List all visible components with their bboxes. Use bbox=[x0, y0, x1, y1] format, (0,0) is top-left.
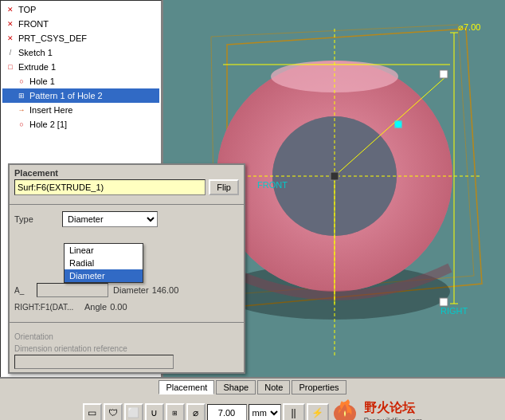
rect-btn-1[interactable]: ▭ bbox=[83, 403, 102, 420]
bottom-toolbar: Placement Shape Note Properties ▭ 🛡 ⬜ ∪ … bbox=[0, 377, 505, 420]
surface-row: Flip bbox=[14, 179, 239, 195]
tree-item-label: Extrude 1 bbox=[18, 62, 56, 72]
placement-label: Placement bbox=[14, 168, 239, 178]
tree-item-label: Sketch 1 bbox=[18, 48, 53, 57]
logo-chinese: 野火论坛 bbox=[364, 400, 423, 417]
orientation-label: Orientation bbox=[14, 332, 239, 341]
tree-item-icon: ⊞ bbox=[15, 89, 28, 102]
flip-button[interactable]: Flip bbox=[209, 179, 239, 195]
svg-point-19 bbox=[395, 121, 401, 128]
diameter-btn[interactable]: ⌀ bbox=[186, 403, 206, 420]
tree-item-label: FRONT bbox=[18, 19, 49, 29]
diameter-input[interactable] bbox=[207, 404, 247, 420]
placement-dialog: Placement Flip Type LinearRadialDiameter… bbox=[8, 163, 245, 374]
ref-param-2: Angle bbox=[84, 302, 107, 312]
svg-rect-16 bbox=[440, 70, 448, 78]
svg-rect-17 bbox=[440, 298, 448, 306]
tree-item[interactable]: ✕TOP bbox=[2, 2, 159, 17]
ref-input-1[interactable] bbox=[37, 283, 108, 297]
orientation-section: Orientation Dimension orientation refere… bbox=[10, 326, 244, 372]
rect-btn-2[interactable]: ⬜ bbox=[124, 403, 143, 420]
logo-url: Proewildfire.com bbox=[364, 417, 423, 420]
cancel-btn[interactable]: ⚡ bbox=[307, 403, 329, 420]
tree-item[interactable]: →Insert Here bbox=[2, 103, 159, 117]
tree-item-icon: ✕ bbox=[4, 18, 17, 30]
type-section: Type LinearRadialDiameter Linear Radial … bbox=[10, 208, 244, 319]
type-dropdown[interactable]: Linear Radial Diameter bbox=[64, 243, 143, 283]
ref-input-2[interactable] bbox=[72, 300, 80, 314]
front-label: FRONT bbox=[257, 180, 288, 190]
type-label: Type bbox=[14, 214, 62, 224]
ref-val-1: 146.00 bbox=[152, 285, 179, 295]
placement-section: Placement Flip bbox=[10, 165, 244, 201]
tree-item[interactable]: ○Hole 1 bbox=[2, 74, 159, 88]
tree-item-icon: → bbox=[15, 104, 28, 116]
tree-item[interactable]: ⊞Pattern 1 of Hole 2 bbox=[2, 88, 159, 103]
tree-item-icon: □ bbox=[4, 61, 17, 73]
tree-item-label: Hole 2 [1] bbox=[29, 120, 67, 129]
ref-param-1: Diameter bbox=[113, 285, 149, 295]
tree-item[interactable]: ✕FRONT bbox=[2, 17, 159, 31]
ok-btn[interactable]: || bbox=[283, 403, 305, 420]
tree-item[interactable]: □Extrude 1 bbox=[2, 60, 159, 74]
tree-item[interactable]: /Sketch 1 bbox=[2, 45, 159, 60]
dropdown-diameter[interactable]: Diameter bbox=[65, 269, 143, 282]
tab-placement[interactable]: Placement bbox=[159, 380, 214, 394]
tree-item-icon: / bbox=[4, 46, 17, 59]
ref-row-1: A_ Diameter 146.00 bbox=[14, 283, 239, 297]
tab-properties[interactable]: Properties bbox=[292, 380, 346, 394]
tree-item-label: Pattern 1 of Hole 2 bbox=[29, 91, 103, 100]
ref-label-1: A_ bbox=[14, 286, 37, 295]
tree-item-icon: ✕ bbox=[4, 3, 17, 16]
tree-item-label: PRT_CSYS_DEF bbox=[18, 33, 87, 43]
surface-input[interactable] bbox=[14, 179, 206, 195]
tree-item[interactable]: ○Hole 2 [1] bbox=[2, 117, 159, 131]
tree-item-icon: ○ bbox=[15, 75, 28, 88]
pattern-btn[interactable]: ⊞ bbox=[166, 403, 185, 420]
tree-item-icon: ○ bbox=[15, 118, 28, 131]
ref-row-2: RIGHT:F1(DAT... Angle 0.00 bbox=[14, 300, 239, 314]
tree-item-icon: ✕ bbox=[4, 32, 17, 45]
tab-row: Placement Shape Note Properties bbox=[159, 380, 346, 394]
dim-orientation-label: Dimension orientation reference bbox=[14, 344, 239, 353]
dropdown-linear[interactable]: Linear bbox=[65, 244, 143, 257]
tab-note[interactable]: Note bbox=[257, 380, 290, 394]
tree-item-label: Hole 1 bbox=[29, 77, 55, 86]
svg-rect-18 bbox=[331, 172, 339, 180]
shield-btn[interactable]: 🛡 bbox=[104, 403, 123, 420]
dim-text-diameter: ⌀7.00 bbox=[458, 22, 480, 32]
orientation-input[interactable] bbox=[14, 355, 174, 369]
ref-val-2: 0.00 bbox=[110, 302, 127, 312]
ref-label-2: RIGHT:F1(DAT... bbox=[14, 303, 72, 312]
logo-area: 野火论坛 Proewildfire.com bbox=[331, 398, 423, 420]
unit-select[interactable]: mm in bbox=[249, 404, 281, 420]
tree-item[interactable]: ✕PRT_CSYS_DEF bbox=[2, 31, 159, 45]
logo-icon bbox=[331, 398, 359, 420]
dropdown-radial[interactable]: Radial bbox=[65, 257, 143, 269]
v-shape-btn[interactable]: ∪ bbox=[145, 403, 164, 420]
tree-item-label: Insert Here bbox=[29, 105, 72, 115]
tree-item-label: TOP bbox=[18, 5, 36, 14]
logo-text-area: 野火论坛 Proewildfire.com bbox=[364, 400, 423, 420]
right-label: RIGHT bbox=[440, 306, 468, 316]
type-row: Type LinearRadialDiameter bbox=[14, 211, 239, 227]
type-select[interactable]: LinearRadialDiameter bbox=[62, 211, 158, 227]
tab-shape[interactable]: Shape bbox=[216, 380, 256, 394]
